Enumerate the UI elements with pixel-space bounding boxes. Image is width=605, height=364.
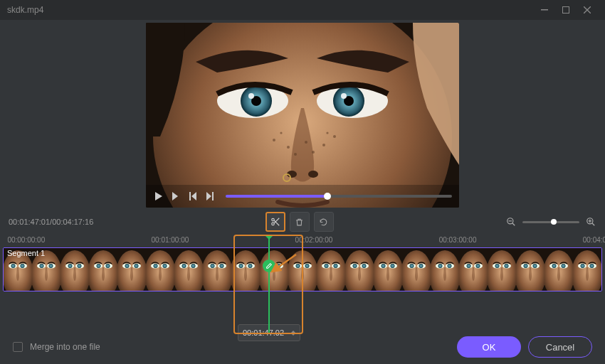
prev-frame-button[interactable] [187, 191, 199, 202]
svg-point-156 [524, 264, 528, 268]
zoom-knob[interactable] [551, 219, 557, 225]
svg-point-115 [334, 264, 338, 268]
play-button[interactable] [153, 191, 164, 202]
titlebar: skdk.mp4 [0, 0, 605, 20]
timecode-display: 00:01:47:01/00:04:17:16 [9, 218, 93, 226]
ok-button[interactable]: OK [457, 336, 521, 358]
timeline-thumbnail[interactable] [345, 248, 374, 291]
timeline-thumbnail[interactable] [317, 248, 345, 291]
delete-button[interactable] [290, 212, 310, 232]
svg-point-20 [322, 144, 325, 146]
svg-point-78 [154, 264, 158, 268]
svg-point-60 [68, 264, 73, 268]
timeline-area: Segment 1 [3, 247, 602, 291]
timeline-thumbnail[interactable] [488, 248, 516, 291]
svg-point-127 [391, 264, 395, 268]
svg-line-38 [512, 223, 515, 226]
svg-marker-31 [206, 192, 211, 200]
svg-rect-1 [563, 7, 569, 14]
timeline-thumbnail[interactable] [374, 248, 402, 291]
zoom-out-button[interactable] [505, 216, 517, 228]
edit-tools [265, 212, 334, 232]
zoom-in-icon [586, 217, 596, 227]
svg-line-41 [592, 223, 595, 226]
svg-point-109 [305, 264, 310, 268]
svg-point-163 [562, 264, 566, 268]
timeline-thumbnail[interactable] [117, 248, 146, 291]
progress-fill [226, 195, 327, 198]
cancel-button[interactable]: Cancel [528, 336, 592, 358]
timeline-thumbnail[interactable] [174, 248, 203, 291]
preview-frame-image [146, 23, 459, 208]
svg-point-144 [467, 264, 471, 268]
timeline-thumbnail[interactable] [231, 248, 260, 291]
svg-point-168 [581, 264, 585, 268]
timeline-thumbnail[interactable] [203, 248, 231, 291]
svg-point-150 [495, 264, 500, 268]
svg-point-13 [341, 93, 347, 99]
close-button[interactable] [577, 3, 598, 17]
footer: Merge into one file OK Cancel [0, 330, 605, 364]
svg-point-67 [106, 264, 110, 268]
svg-point-85 [191, 264, 196, 268]
merge-checkbox[interactable] [13, 342, 23, 352]
ruler-tick: 00:02:00:00 [295, 236, 333, 244]
ruler-tick: 00:04:00:00 [583, 236, 605, 244]
svg-point-90 [211, 264, 215, 268]
playhead-handle[interactable] [263, 259, 275, 272]
svg-point-169 [590, 264, 594, 268]
time-ruler[interactable]: 00:00:00:0000:01:00:0000:02:00:0000:03:0… [3, 236, 602, 247]
timeline-thumbnail[interactable] [60, 248, 89, 291]
timeline-thumbnail[interactable] [573, 248, 601, 291]
timeline-thumbnail[interactable] [146, 248, 174, 291]
timeline-thumbnail[interactable] [459, 248, 488, 291]
svg-point-72 [125, 264, 130, 268]
trash-icon [295, 218, 304, 227]
progress-knob[interactable] [324, 193, 331, 200]
svg-point-120 [353, 264, 357, 268]
merge-label: Merge into one file [30, 342, 100, 352]
undo-icon [319, 218, 328, 227]
timeline-track[interactable] [3, 247, 602, 291]
progress-track[interactable] [226, 195, 452, 198]
svg-point-126 [382, 264, 386, 268]
svg-point-79 [163, 264, 167, 268]
preview-area [0, 20, 605, 208]
playhead[interactable] [268, 236, 270, 333]
timeline-thumbnail[interactable] [89, 248, 117, 291]
player-controls [146, 185, 459, 208]
svg-point-84 [182, 264, 186, 268]
timeline-thumbnail[interactable] [544, 248, 573, 291]
zoom-slider[interactable] [522, 221, 579, 223]
svg-point-23 [312, 151, 315, 154]
scissors-icon [270, 217, 280, 227]
svg-point-97 [248, 264, 253, 268]
undo-button[interactable] [314, 212, 334, 232]
svg-point-91 [220, 264, 224, 268]
timeline-thumbnail[interactable] [402, 248, 431, 291]
next-frame-button[interactable] [204, 191, 216, 202]
svg-point-54 [40, 264, 44, 268]
svg-point-132 [410, 264, 414, 268]
play-segment-button[interactable] [170, 191, 182, 202]
timeline-thumbnail[interactable] [431, 248, 459, 291]
zoom-out-icon [506, 217, 516, 227]
svg-point-49 [21, 264, 25, 268]
svg-point-12 [248, 93, 254, 99]
svg-rect-29 [189, 192, 191, 200]
maximize-button[interactable] [555, 3, 577, 17]
svg-point-21 [333, 135, 336, 138]
timeline-thumbnail[interactable] [288, 248, 317, 291]
minimize-button[interactable] [534, 3, 555, 17]
svg-point-66 [97, 264, 101, 268]
svg-point-24 [280, 132, 282, 134]
svg-point-25 [326, 132, 328, 134]
ruler-tick: 00:01:00:00 [152, 236, 189, 244]
ruler-tick: 00:00:00:00 [7, 236, 45, 244]
toolbar: 00:01:47:01/00:04:17:16 [0, 208, 605, 236]
svg-point-151 [505, 264, 509, 268]
zoom-in-button[interactable] [585, 216, 596, 228]
timeline-thumbnail[interactable] [516, 248, 544, 291]
svg-point-19 [305, 141, 307, 144]
cut-button[interactable] [265, 212, 285, 232]
